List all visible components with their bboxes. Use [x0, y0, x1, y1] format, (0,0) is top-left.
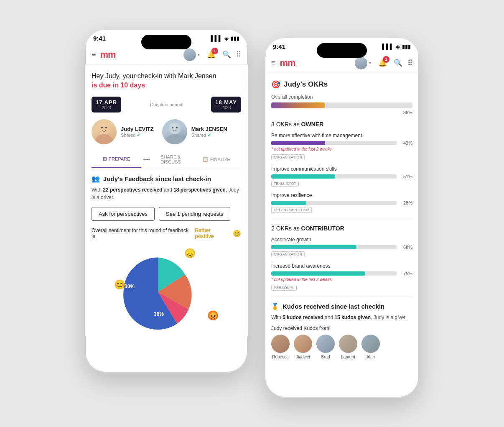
rebecca-name: Rebecca [272, 355, 288, 359]
svg-point-6 [166, 134, 183, 144]
okr-item-4: Accelerate growth 68% ORGANIZATION [271, 237, 412, 257]
svg-point-8 [172, 127, 173, 128]
alan-avatar [361, 335, 380, 353]
right-hamburger-icon[interactable]: ≡ [271, 59, 276, 67]
overall-pct: 38% [271, 110, 412, 115]
kudos-icon: 🏅 [271, 303, 279, 310]
end-year: 2023 [215, 105, 237, 110]
okr-3-pct: 28% [400, 200, 412, 205]
right-logo: mm [280, 58, 351, 69]
right-search-icon[interactable]: 🔍 [394, 59, 402, 67]
start-date-box: 17 APR 2023 [92, 97, 121, 113]
okr-item-3: Improve resilience 28% DEPARTMENT: DSM [271, 192, 412, 213]
laurent-avatar [339, 335, 357, 353]
end-date: 18 MAY [215, 99, 237, 105]
date-range: 17 APR 2023 Check-in period 18 MAY 2023 [92, 97, 241, 113]
svg-point-4 [105, 127, 107, 128]
left-phone: 9:41 ▌▌▌ ◈ ▮▮▮ ≡ mm ▾ 🔔 1 🔍 [85, 30, 248, 373]
due-text: is due in 10 days [92, 82, 145, 89]
dynamic-island [141, 35, 191, 49]
tab-share[interactable]: ⟷ SHARE & DISCUSS [141, 151, 191, 168]
right-user-avatar-group[interactable]: ▾ [355, 57, 371, 69]
pending-requests-button[interactable]: See 1 pending requests [159, 207, 230, 221]
sentiment-line: Overall sentiment for this round of feed… [92, 228, 241, 239]
okr-3-bar-bg [271, 201, 397, 205]
user-avatar-group[interactable]: ▾ [183, 49, 200, 61]
hamburger-icon[interactable]: ≡ [92, 50, 96, 59]
tab-finalize[interactable]: 📋 FINALIZE [191, 151, 241, 168]
sentiment-value: Rather positive [195, 228, 230, 239]
right-dynamic-island [317, 43, 367, 58]
okr-title: Judy's OKRs [284, 80, 328, 89]
okr-1-bar-row: 43% [271, 141, 412, 146]
ask-perspectives-button[interactable]: Ask for perspectives [92, 207, 155, 221]
pie-chart-svg [112, 246, 204, 338]
okr-divider-1 [271, 219, 412, 219]
phones-container: 9:41 ▌▌▌ ◈ ▮▮▮ ≡ mm ▾ 🔔 1 🔍 [68, 13, 436, 414]
okr-1-bar-bg [271, 141, 397, 145]
okr-5-pct: 75% [400, 271, 412, 276]
okr-section: 🎯 Judy's OKRs Overall completion 38% 3 O… [265, 73, 419, 366]
okr-5-bar-bg [271, 271, 397, 276]
left-status-bar: 9:41 ▌▌▌ ◈ ▮▮▮ [85, 30, 248, 45]
okr-item-5: Increase brand awareness 75% * not updat… [271, 263, 412, 291]
feedback-subtitle: With 22 perspectives received and 18 per… [92, 186, 241, 201]
kudos-title: Kudos received since last checkin [283, 303, 384, 310]
right-phone: 9:41 ▌▌▌ ◈ ▮▮▮ ≡ mm ▾ 🔔 1 🔍 [265, 38, 419, 398]
feedback-header: 👥 Judy's Feedback since last check-in [92, 175, 241, 183]
jiaowei-name: Jiaowei [296, 355, 310, 359]
feedback-buttons: Ask for perspectives See 1 pending reque… [92, 207, 241, 221]
pie-label-38: 38% [154, 311, 164, 317]
notification-button[interactable]: 🔔 1 [205, 49, 217, 61]
okr-4-tag: ORGANIZATION [271, 251, 305, 257]
okr-4-bar-fill [271, 245, 356, 249]
okr-header: 🎯 Judy's OKRs [271, 80, 412, 89]
judy-avatar [92, 119, 117, 144]
feedback-sub-mid: and [162, 187, 173, 193]
left-phone-content: Hey Judy, your check-in with Mark Jensen… [85, 65, 248, 337]
okr-1-warning: * not updated in the last 2 weeks [271, 147, 412, 151]
signal-icon: ▌▌▌ [211, 35, 222, 41]
completion-label: Overall completion [271, 94, 412, 100]
checkin-title: Hey Judy, your check-in with Mark Jensen… [92, 72, 241, 90]
okr-4-bar-bg [271, 245, 397, 249]
tab-finalize-label: FINALIZE [210, 157, 230, 162]
right-time: 9:41 [273, 43, 285, 50]
angry-emoji: 😡 [207, 310, 219, 321]
contributor-group-title: 2 OKRs as CONTRIBUTOR [271, 225, 412, 232]
okr-1-bar-fill [271, 141, 325, 145]
kudos-sub-mid: and [323, 314, 335, 320]
start-year: 2023 [96, 105, 117, 110]
search-icon[interactable]: 🔍 [222, 50, 231, 59]
tabs-row: ⊞ PREPARE ⟷ SHARE & DISCUSS 📋 FINALIZE [92, 151, 241, 168]
kudos-laurent: Laurent [339, 335, 357, 359]
pie-label-24: 24% [190, 267, 200, 273]
okr-2-pct: 51% [400, 174, 412, 179]
right-wifi-icon: ◈ [396, 43, 400, 50]
judy-info: Judy LEVITZ Shared ✔ [121, 126, 154, 138]
laurent-name: Laurent [341, 355, 355, 359]
svg-point-3 [101, 127, 103, 128]
okr-5-warning: * not updated in the last 2 weeks [271, 277, 412, 282]
happy-emoji: 😊 [114, 279, 125, 290]
brad-name: Brad [321, 355, 330, 359]
right-header-actions: ▾ 🔔 1 🔍 ⠿ [355, 57, 412, 69]
okr-5-name: Increase brand awareness [271, 263, 412, 269]
right-notification-button[interactable]: 🔔 1 [376, 57, 389, 69]
okr-5-bar-row: 75% [271, 271, 412, 276]
right-grid-icon[interactable]: ⠿ [407, 59, 412, 67]
grid-icon[interactable]: ⠿ [236, 50, 241, 59]
mark-name: Mark JENSEN [191, 126, 227, 132]
sad-emoji: 😞 [184, 248, 196, 259]
right-status-bar: 9:41 ▌▌▌ ◈ ▮▮▮ [265, 38, 419, 54]
share-icon: ⟷ [143, 156, 150, 162]
okr-4-pct: 68% [400, 245, 412, 250]
okr-item-1: Be more effective with time management 4… [271, 133, 412, 160]
wifi-icon: ◈ [224, 35, 229, 41]
svg-point-9 [176, 127, 178, 128]
feedback-icon: 👥 [92, 175, 100, 183]
kudos-alan: Alan [361, 335, 380, 359]
finalize-icon: 📋 [202, 156, 209, 162]
pie-label-7: 7% [201, 299, 208, 304]
tab-prepare[interactable]: ⊞ PREPARE [92, 151, 141, 168]
